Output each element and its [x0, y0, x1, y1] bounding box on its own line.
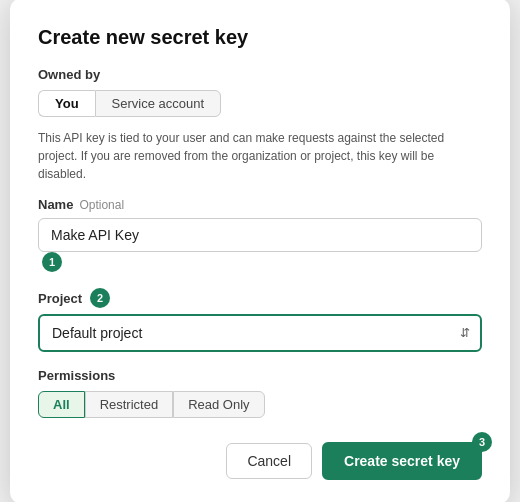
perm-all-btn[interactable]: All: [38, 391, 85, 418]
perm-restricted-btn[interactable]: Restricted: [85, 391, 174, 418]
permissions-label: Permissions: [38, 368, 482, 383]
perm-readonly-btn[interactable]: Read Only: [173, 391, 264, 418]
name-input-row: 1: [38, 218, 482, 272]
step-2-badge: 2: [90, 288, 110, 308]
cancel-button[interactable]: Cancel: [226, 443, 312, 479]
project-select[interactable]: Default project: [38, 314, 482, 352]
project-select-wrapper: Default project ⇵: [38, 314, 482, 352]
dialog-footer: Cancel Create secret key 3: [38, 442, 482, 480]
name-field-label: Name Optional: [38, 197, 482, 212]
tab-service-account[interactable]: Service account: [95, 90, 222, 117]
name-input[interactable]: [38, 218, 482, 252]
dialog-title: Create new secret key: [38, 26, 482, 49]
create-secret-key-dialog: Create new secret key Owned by You Servi…: [10, 0, 510, 502]
step-3-badge: 3: [472, 432, 492, 452]
create-button-wrapper: Create secret key 3: [322, 442, 482, 480]
owned-by-label: Owned by: [38, 67, 482, 82]
create-secret-key-button[interactable]: Create secret key: [322, 442, 482, 480]
info-text: This API key is tied to your user and ca…: [38, 129, 482, 183]
project-label: Project: [38, 291, 82, 306]
permissions-tabs: All Restricted Read Only: [38, 391, 482, 418]
project-label-row: Project 2: [38, 288, 482, 308]
step-1-badge: 1: [42, 252, 62, 272]
owned-by-tabs: You Service account: [38, 90, 482, 117]
tab-you[interactable]: You: [38, 90, 95, 117]
name-optional-label: Optional: [79, 198, 124, 212]
